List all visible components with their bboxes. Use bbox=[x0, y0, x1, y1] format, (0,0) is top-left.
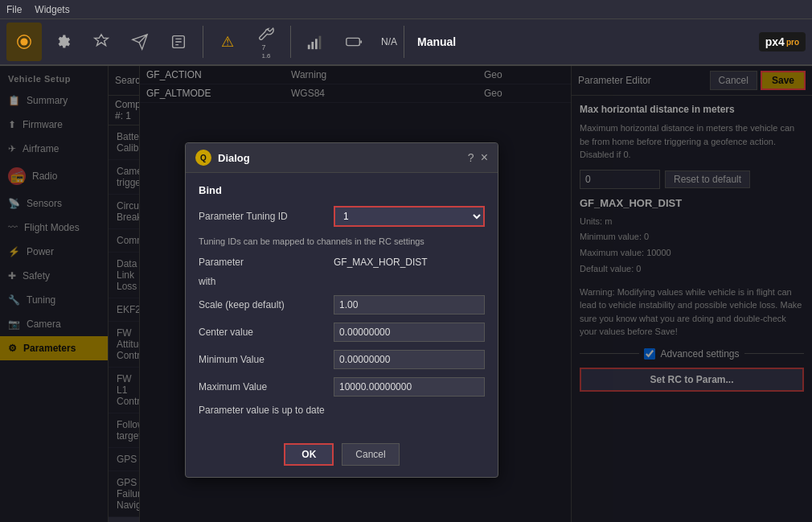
svg-rect-5 bbox=[315, 39, 318, 49]
scale-input[interactable] bbox=[334, 295, 485, 314]
svg-point-0 bbox=[20, 38, 27, 45]
dialog-logo: Q bbox=[195, 150, 211, 166]
max-input[interactable] bbox=[334, 377, 485, 397]
tuning-id-label: Parameter Tuning ID bbox=[199, 211, 327, 222]
dialog-titlebar-right: ? × bbox=[468, 150, 488, 165]
battery-icon bbox=[336, 23, 371, 61]
toolbar: ⚠ 71.6 N/A Manual px4 pro bbox=[0, 19, 812, 66]
dialog-cancel-button[interactable]: Cancel bbox=[342, 443, 399, 466]
divider-3 bbox=[404, 26, 404, 58]
plan-icon[interactable] bbox=[161, 23, 196, 61]
dialog-footer: OK Cancel bbox=[186, 435, 498, 477]
min-input[interactable] bbox=[334, 350, 485, 369]
dialog-help-button[interactable]: ? bbox=[468, 151, 474, 164]
menu-bar: File Widgets bbox=[0, 0, 812, 19]
dialog-with-row: with bbox=[199, 276, 485, 287]
dialog-center-row: Center value bbox=[199, 323, 485, 342]
scale-label: Scale (keep default) bbox=[199, 299, 327, 310]
dialog-ok-button[interactable]: OK bbox=[284, 443, 334, 466]
tuning-id-select[interactable]: 1 2 3 bbox=[334, 206, 485, 227]
dialog-info-text: Tuning IDs can be mapped to channels in … bbox=[199, 235, 485, 249]
dialog-parameter-row: Parameter GF_MAX_HOR_DIST bbox=[199, 257, 485, 268]
divider-1 bbox=[203, 26, 203, 58]
battery-status: N/A bbox=[381, 36, 397, 47]
center-label: Center value bbox=[199, 327, 327, 338]
dialog-title-text: Dialog bbox=[218, 152, 250, 164]
parameter-label: Parameter bbox=[199, 257, 327, 268]
file-menu[interactable]: File bbox=[6, 4, 22, 15]
dialog-titlebar: Q Dialog ? × bbox=[186, 143, 498, 173]
center-input[interactable] bbox=[334, 323, 485, 342]
main-layout: Vehicle Setup 📋 Summary ⬆ Firmware ✈ Air… bbox=[0, 66, 812, 522]
max-label: Maximum Value bbox=[199, 381, 327, 393]
dialog-min-row: Minimum Value bbox=[199, 350, 485, 369]
waypoints-icon[interactable] bbox=[84, 23, 119, 61]
dialog-scale-row: Scale (keep default) bbox=[199, 295, 485, 314]
widgets-menu[interactable]: Widgets bbox=[35, 4, 69, 15]
svg-rect-4 bbox=[311, 42, 314, 49]
tools-icon[interactable]: 71.6 bbox=[248, 23, 284, 61]
flight-mode: Manual bbox=[417, 35, 456, 48]
signal-icon bbox=[297, 23, 333, 61]
dialog-status: Parameter value is up to date bbox=[199, 405, 485, 416]
divider-2 bbox=[290, 26, 291, 58]
dialog-body: Bind Parameter Tuning ID 1 2 3 Tuning ID… bbox=[186, 173, 498, 435]
dialog-tuning-id-row: Parameter Tuning ID 1 2 3 bbox=[199, 206, 485, 227]
dialog-title-left: Q Dialog bbox=[195, 150, 250, 166]
vehicle-icon[interactable] bbox=[6, 23, 42, 61]
settings-icon[interactable] bbox=[45, 23, 80, 61]
svg-rect-7 bbox=[347, 38, 360, 45]
dialog-close-button[interactable]: × bbox=[481, 150, 488, 165]
dialog-section-title: Bind bbox=[199, 184, 485, 196]
min-label: Minimum Value bbox=[199, 354, 327, 365]
parameter-value: GF_MAX_HOR_DIST bbox=[334, 257, 428, 268]
svg-rect-6 bbox=[319, 36, 322, 49]
svg-rect-3 bbox=[308, 45, 310, 49]
px4-logo: px4 pro bbox=[759, 32, 806, 51]
dialog: Q Dialog ? × Bind Parameter Tuning ID 1 … bbox=[185, 142, 498, 478]
warning-icon[interactable]: ⚠ bbox=[210, 23, 245, 61]
dialog-overlay: Q Dialog ? × Bind Parameter Tuning ID 1 … bbox=[0, 66, 812, 522]
with-label: with bbox=[199, 276, 327, 287]
toolbar-right: px4 pro bbox=[759, 32, 806, 51]
send-icon[interactable] bbox=[122, 23, 158, 61]
dialog-max-row: Maximum Value bbox=[199, 377, 485, 397]
